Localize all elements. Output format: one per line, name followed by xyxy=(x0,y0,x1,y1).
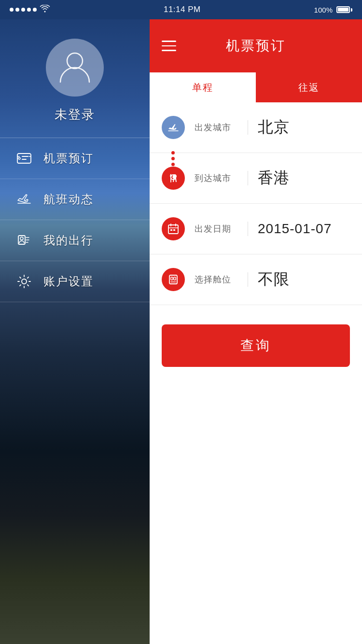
page-title: 机票预订 xyxy=(186,37,326,55)
hamburger-button[interactable] xyxy=(162,41,176,51)
query-section: 查询 xyxy=(150,305,362,381)
connector-dot-3 xyxy=(171,163,175,166)
signal-dot-1 xyxy=(10,8,14,12)
hamburger-line-3 xyxy=(162,50,176,51)
svg-rect-12 xyxy=(171,277,173,280)
connector-dot-2 xyxy=(171,157,175,160)
tab-bar: 单程 往返 xyxy=(150,72,362,102)
sidebar-item-ticket[interactable]: 机票预订 xyxy=(0,138,150,179)
date-divider xyxy=(248,222,248,236)
svg-point-5 xyxy=(22,279,27,284)
svg-rect-1 xyxy=(17,154,31,163)
cabin-icon xyxy=(162,268,185,291)
sidebar-item-flight[interactable]: 航班动态 xyxy=(0,179,150,220)
arrival-divider xyxy=(248,171,248,185)
booking-form: 出发城市 北京 xyxy=(150,102,362,644)
departure-label: 出发城市 xyxy=(195,122,238,133)
cabin-label: 选择舱位 xyxy=(195,274,238,285)
tab-oneway[interactable]: 单程 xyxy=(150,72,256,102)
cabin-divider xyxy=(248,272,248,287)
settings-icon xyxy=(14,272,34,291)
username: 未登录 xyxy=(55,106,95,123)
svg-rect-9 xyxy=(170,229,172,231)
settings-label: 账户设置 xyxy=(43,274,94,289)
status-right: 100% xyxy=(314,6,352,14)
connector-dot-1 xyxy=(171,151,175,154)
svg-rect-13 xyxy=(174,277,176,280)
svg-rect-8 xyxy=(168,225,178,234)
tab-roundtrip-label: 往返 xyxy=(298,81,320,94)
ticket-label: 机票预订 xyxy=(43,151,94,166)
main-panel: 机票预订 单程 往返 出发城市 北京 xyxy=(150,19,362,644)
svg-point-4 xyxy=(20,237,23,240)
arrival-row[interactable]: 到达城市 香港 xyxy=(150,153,362,204)
flight-label: 航班动态 xyxy=(43,192,94,207)
wifi-icon xyxy=(40,5,50,15)
status-time: 11:14 PM xyxy=(164,5,201,14)
arrival-value: 香港 xyxy=(258,168,290,189)
flight-icon xyxy=(14,190,34,209)
query-button-label: 查询 xyxy=(240,336,271,355)
trip-label: 我的出行 xyxy=(43,233,94,248)
departure-divider xyxy=(248,120,248,135)
departure-value: 北京 xyxy=(258,117,290,138)
date-label: 出发日期 xyxy=(195,223,238,235)
signal-dots xyxy=(10,8,37,12)
svg-point-0 xyxy=(67,53,83,69)
cabin-value: 不限 xyxy=(258,269,290,290)
battery-icon xyxy=(336,6,352,13)
arrival-label: 到达城市 xyxy=(195,172,238,184)
date-value: 2015-01-07 xyxy=(258,221,332,237)
status-bar: 11:14 PM 100% xyxy=(0,0,362,19)
query-button[interactable]: 查询 xyxy=(162,324,350,367)
user-section[interactable]: 未登录 xyxy=(46,19,104,138)
battery-percentage: 100% xyxy=(314,6,333,14)
trip-icon xyxy=(14,231,34,250)
sidebar-item-trip[interactable]: 我的出行 xyxy=(0,220,150,261)
sidebar-menu: 机票预订 航班动态 我的出行 xyxy=(0,138,150,302)
tab-roundtrip[interactable]: 往返 xyxy=(256,72,362,102)
signal-dot-5 xyxy=(33,8,37,12)
ticket-icon xyxy=(14,149,34,168)
main-header: 机票预订 xyxy=(150,19,362,72)
sidebar-item-settings[interactable]: 账户设置 xyxy=(0,261,150,302)
svg-point-2 xyxy=(18,157,20,159)
sidebar: 未登录 机票预订 航班动态 xyxy=(0,19,150,644)
cabin-row[interactable]: 选择舱位 不限 xyxy=(150,254,362,305)
date-icon xyxy=(162,217,185,240)
avatar-icon xyxy=(56,47,94,88)
hamburger-line-2 xyxy=(162,45,176,47)
signal-dot-4 xyxy=(27,8,31,12)
departure-icon xyxy=(162,116,185,139)
avatar xyxy=(46,39,104,97)
tab-oneway-label: 单程 xyxy=(192,81,213,94)
svg-rect-10 xyxy=(173,229,175,231)
signal-dot-3 xyxy=(21,8,25,12)
status-left xyxy=(10,5,50,15)
date-row[interactable]: 出发日期 2015-01-07 xyxy=(150,204,362,254)
signal-dot-2 xyxy=(15,8,19,12)
hamburger-line-1 xyxy=(162,41,176,42)
arrival-icon xyxy=(162,167,185,190)
departure-row[interactable]: 出发城市 北京 xyxy=(150,102,362,153)
